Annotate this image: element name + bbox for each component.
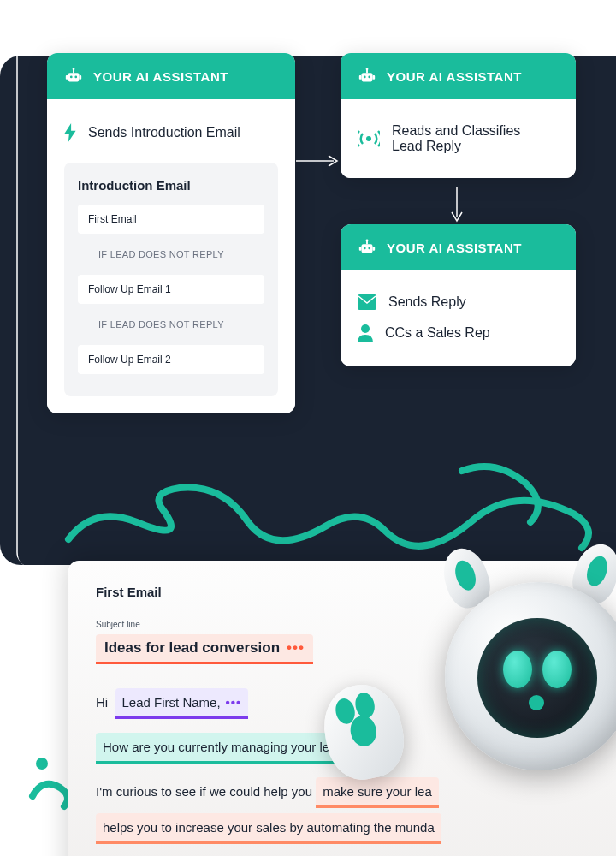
- robot-icon: [358, 67, 376, 86]
- card-reads-classifies: YOUR AI ASSISTANT Reads and Classifies L…: [341, 53, 576, 178]
- card-header: YOUR AI ASSISTANT: [341, 224, 576, 270]
- action-reads-classifies: Reads and Classifies Lead Reply: [358, 116, 559, 161]
- svg-rect-5: [66, 75, 68, 80]
- condition-item: IF LEAD DOES NOT REPLY: [78, 241, 264, 268]
- action-ccs-rep: CCs a Sales Rep: [358, 317, 559, 349]
- decorative-dot: [36, 758, 48, 770]
- intro-email-section: Introduction Email First Email IF LEAD D…: [64, 163, 278, 396]
- svg-point-12: [366, 68, 369, 70]
- mascot-face: [477, 618, 597, 738]
- svg-rect-14: [372, 75, 375, 80]
- body-text: I'm curious to see if we could help you: [96, 784, 312, 799]
- mascot-eye: [542, 651, 572, 688]
- card-intro-email: YOUR AI ASSISTANT Sends Introduction Ema…: [47, 53, 295, 413]
- robot-mascot: [359, 548, 616, 856]
- svg-rect-24: [358, 294, 376, 310]
- svg-point-4: [73, 68, 75, 70]
- action-label: Sends Introduction Email: [88, 125, 240, 140]
- svg-point-1: [70, 76, 73, 79]
- svg-rect-8: [362, 73, 373, 81]
- connector-line-bottom: [15, 702, 75, 753]
- svg-rect-22: [359, 247, 362, 251]
- person-icon: [358, 324, 373, 342]
- arrow-down: [448, 187, 465, 224]
- action-label: Sends Reply: [388, 294, 466, 310]
- svg-point-21: [366, 239, 369, 241]
- action-label: Reads and Classifies Lead Reply: [392, 123, 546, 154]
- bolt-icon: [64, 123, 76, 142]
- more-dots-icon[interactable]: •••: [226, 691, 242, 714]
- greeting-prefix: Hi: [96, 695, 108, 710]
- svg-point-2: [74, 76, 77, 79]
- svg-point-10: [368, 76, 370, 79]
- action-sends-intro: Sends Introduction Email: [64, 116, 278, 149]
- robot-icon: [358, 238, 376, 257]
- assistant-label: YOUR AI ASSISTANT: [93, 69, 228, 84]
- svg-rect-17: [362, 244, 373, 253]
- condition-item: IF LEAD DOES NOT REPLY: [78, 311, 264, 338]
- svg-point-9: [364, 76, 366, 79]
- action-sends-reply: Sends Reply: [358, 288, 559, 317]
- ai-text-token[interactable]: How are you currently managing your lead: [96, 733, 351, 764]
- action-label: CCs a Sales Rep: [385, 325, 490, 341]
- svg-rect-6: [79, 75, 81, 80]
- mascot-mouth: [529, 695, 544, 710]
- broadcast-icon: [358, 128, 380, 150]
- merge-field-lead-first-name[interactable]: Lead First Name, •••: [116, 688, 249, 719]
- email-item[interactable]: First Email: [78, 205, 264, 234]
- subject-text: Ideas for lead conversion: [104, 639, 280, 657]
- arrow-right: [296, 152, 341, 169]
- assistant-label: YOUR AI ASSISTANT: [387, 241, 522, 255]
- svg-point-19: [368, 247, 370, 250]
- robot-icon: [64, 67, 83, 86]
- mail-icon: [358, 294, 376, 310]
- svg-rect-13: [359, 75, 362, 80]
- svg-rect-23: [372, 247, 375, 251]
- connector-line-left: [15, 56, 50, 569]
- section-title: Introduction Email: [78, 178, 264, 193]
- svg-rect-0: [68, 73, 80, 81]
- svg-point-25: [361, 324, 370, 333]
- assistant-label: YOUR AI ASSISTANT: [387, 69, 522, 84]
- card-header: YOUR AI ASSISTANT: [47, 53, 295, 99]
- card-header: YOUR AI ASSISTANT: [341, 53, 576, 99]
- svg-point-18: [364, 247, 366, 250]
- subject-token[interactable]: Ideas for lead conversion •••: [96, 634, 313, 664]
- email-item[interactable]: Follow Up Email 1: [78, 275, 264, 304]
- more-dots-icon[interactable]: •••: [287, 639, 305, 657]
- mascot-head: [445, 582, 616, 770]
- card-sends-reply: YOUR AI ASSISTANT Sends Reply CCs a Sale…: [341, 224, 576, 366]
- mascot-eye: [503, 651, 532, 688]
- email-item[interactable]: Follow Up Email 2: [78, 345, 264, 374]
- svg-point-15: [366, 136, 371, 141]
